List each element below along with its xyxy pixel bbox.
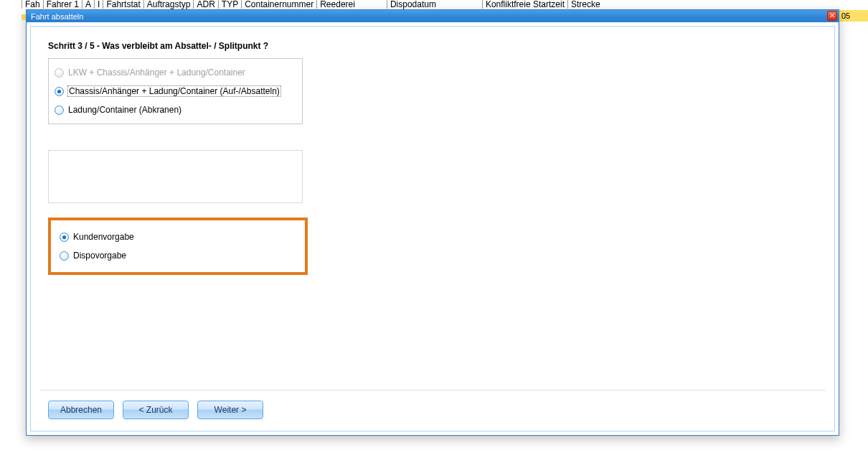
- col-header: Auftragstyp: [143, 0, 194, 9]
- col-header: I: [94, 0, 103, 9]
- col-header: TYP: [218, 0, 241, 9]
- wizard-dialog: Fahrt absatteln ✕ Schritt 3 / 5 - Was ve…: [26, 9, 839, 436]
- col-header: Fah: [22, 0, 43, 9]
- radio-option-ladung-abkranen[interactable]: Ladung/Container (Abkranen): [55, 101, 296, 119]
- wizard-footer: Abbrechen < Zurück Weiter >: [48, 401, 263, 419]
- close-icon: ✕: [829, 11, 835, 19]
- radio-label: LKW + Chassis/Anhänger + Ladung/Containe…: [68, 67, 245, 78]
- background-column-headers: Fah Fahrer 1 A I Fahrtstat Auftragstyp A…: [22, 0, 603, 9]
- radio-option-dispovorgabe[interactable]: Dispovorgabe: [60, 246, 298, 265]
- empty-info-box: [48, 150, 303, 203]
- col-header: Fahrtstat: [103, 0, 143, 9]
- dialog-title: Fahrt absatteln: [31, 12, 83, 21]
- close-button[interactable]: ✕: [827, 11, 837, 21]
- next-button[interactable]: Weiter >: [197, 401, 263, 419]
- radio-label: Kundenvorgabe: [73, 232, 134, 242]
- col-header: Konfliktfreie Startzeit: [482, 0, 567, 9]
- col-header: ADR: [193, 0, 217, 9]
- col-header: Dispodatum: [387, 0, 439, 9]
- radio-label: Chassis/Anhänger + Ladung/Container (Auf…: [67, 85, 281, 97]
- radio-icon: [60, 251, 69, 261]
- radio-label: Dispovorgabe: [73, 251, 126, 261]
- cancel-button[interactable]: Abbrechen: [48, 401, 114, 419]
- footer-separator: [39, 390, 826, 391]
- radio-option-lkw-chassis-ladung: LKW + Chassis/Anhänger + Ladung/Containe…: [55, 63, 296, 82]
- col-header: Fahrer 1: [43, 0, 82, 9]
- remain-options-group: LKW + Chassis/Anhänger + Ladung/Containe…: [48, 58, 303, 124]
- dialog-body: Schritt 3 / 5 - Was verbleibt am Absatte…: [30, 26, 835, 431]
- radio-option-chassis-ladung[interactable]: Chassis/Anhänger + Ladung/Container (Auf…: [55, 82, 296, 101]
- col-header: A: [82, 0, 94, 9]
- vorgabe-group-highlighted: Kundenvorgabe Dispovorgabe: [48, 218, 308, 275]
- radio-label: Ladung/Container (Abkranen): [68, 105, 181, 115]
- col-header: Reederei: [316, 0, 358, 9]
- step-title: Schritt 3 / 5 - Was verbleibt am Absatte…: [48, 41, 817, 51]
- radio-icon: [55, 87, 64, 96]
- radio-icon: [55, 68, 64, 78]
- radio-icon: [60, 233, 69, 242]
- dialog-title-bar[interactable]: Fahrt absatteln ✕: [27, 10, 839, 22]
- col-header: Containernummer: [241, 0, 316, 9]
- col-header: Strecke: [567, 0, 603, 9]
- back-button[interactable]: < Zurück: [123, 401, 189, 419]
- radio-icon: [55, 106, 64, 115]
- background-row-snippet: 05: [839, 10, 868, 22]
- radio-option-kundenvorgabe[interactable]: Kundenvorgabe: [60, 228, 298, 246]
